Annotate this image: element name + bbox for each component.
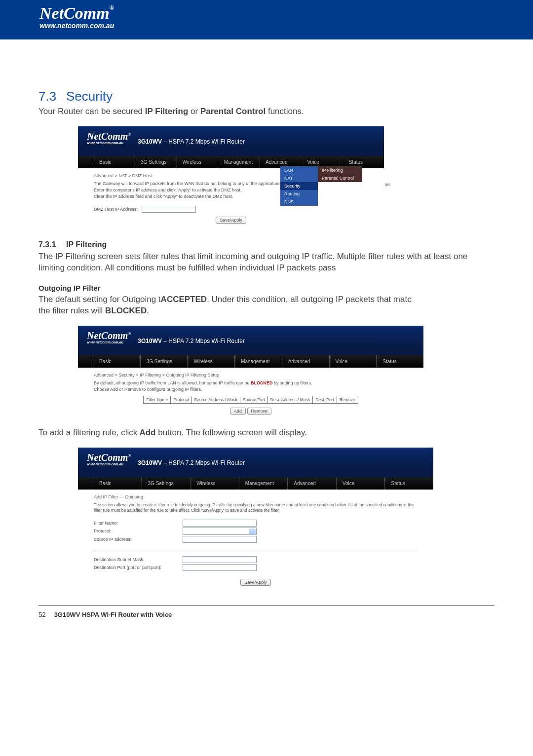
add-rule-text: To add a filtering rule, click Add butto…: [38, 427, 495, 439]
page-number: 52: [38, 611, 52, 618]
col-protocol: Protocol: [171, 396, 191, 403]
ip-filtering-desc: The IP Filtering screen sets filter rule…: [38, 251, 495, 274]
menu-nat[interactable]: NAT: [280, 174, 318, 182]
section-intro: Your Router can be secured IP Filtering …: [38, 106, 495, 117]
subsection-title: 7.3.1IP Filtering: [38, 240, 495, 249]
nav-advanced[interactable]: Advanced: [287, 477, 336, 490]
menu-routing[interactable]: Routing: [280, 190, 318, 198]
nav-basic[interactable]: Basic: [93, 156, 134, 168]
router-nav: Basic 3G Settings Wireless Management Ad…: [78, 477, 433, 490]
col-remove: Remove: [337, 396, 358, 403]
add-filter-heading: Add IP Filter — Outgoing: [94, 494, 418, 499]
outgoing-heading: Outgoing IP Filter: [38, 284, 495, 292]
page-header: NetComm® www.netcomm.com.au: [0, 0, 533, 39]
save-apply-button[interactable]: Save/Apply: [216, 217, 246, 224]
page-footer: 52 3G10WV HSPA Wi-Fi Router with Voice: [38, 605, 495, 618]
add-filter-desc: The screen allows you to create a filter…: [94, 502, 418, 513]
filter-table: Filter Name Protocol Source Address / Ma…: [143, 396, 358, 404]
outgoing-choose-text: Choose Add or Remove to configure outgoi…: [94, 387, 408, 392]
protocol-select[interactable]: [183, 528, 257, 535]
router-title: 3G10WV – HSPA 7.2 Mbps Wi-Fi Router: [138, 138, 245, 145]
submenu-ip-filtering[interactable]: IP Filtering: [318, 166, 362, 174]
advanced-submenu: LAN NAT Security Routing DNS IP Filterin…: [280, 166, 362, 206]
nav-basic[interactable]: Basic: [93, 355, 140, 368]
router-title: 3G10WV – HSPA 7.2 Mbps Wi-Fi Router: [138, 338, 245, 344]
router-logo: NetComm® www.netcomm.com.au: [87, 453, 131, 466]
dmz-ip-input[interactable]: [142, 206, 196, 213]
breadcrumb: Advanced > Security > IP Filtering > Out…: [94, 373, 408, 378]
dmz-ip-label: DMZ Host IP Address:: [94, 207, 138, 212]
filter-name-label: Filter Name:: [94, 521, 178, 526]
col-dst-port: Dest. Port: [313, 396, 337, 403]
nav-status[interactable]: Status: [384, 477, 433, 490]
menu-lan[interactable]: LAN: [280, 166, 318, 174]
nav-3g[interactable]: 3G Settings: [134, 156, 176, 168]
save-apply-button[interactable]: Save/Apply: [240, 579, 271, 586]
nav-management[interactable]: Management: [234, 355, 282, 368]
add-button[interactable]: Add: [230, 408, 246, 415]
src-ip-input[interactable]: [183, 536, 257, 543]
nav-voice[interactable]: Voice: [336, 477, 385, 490]
remove-button[interactable]: Remove: [247, 408, 272, 415]
nav-management[interactable]: Management: [239, 477, 288, 490]
submenu-parental-control[interactable]: Parental Control: [318, 174, 362, 182]
col-src-addr: Source Address / Mask: [191, 396, 240, 403]
col-src-port: Source Port: [240, 396, 267, 403]
router-title: 3G10WV – HSPA 7.2 Mbps Wi-Fi Router: [138, 459, 245, 466]
section-title: 7.3Security: [38, 89, 495, 104]
src-ip-label: Source IP address:: [94, 537, 178, 542]
footer-model: 3G10WV HSPA Wi-Fi Router with Voice: [54, 611, 172, 618]
nav-3g[interactable]: 3G Settings: [142, 477, 190, 490]
nav-status[interactable]: Status: [376, 355, 423, 368]
outgoing-desc: The default setting for Outgoing tACCEPT…: [38, 294, 495, 317]
protocol-label: Protocol:: [94, 529, 178, 533]
col-dst-addr: Dest. Address / Mask: [267, 396, 312, 403]
brand-url: www.netcomm.com.au: [39, 22, 533, 30]
line1-tail: ter.: [384, 182, 391, 187]
brand-logo: NetComm®: [39, 5, 114, 22]
nav-3g[interactable]: 3G Settings: [140, 355, 188, 368]
router-screenshot-add-filter: NetComm® www.netcomm.com.au 3G10WV – HSP…: [78, 448, 433, 592]
nav-management[interactable]: Management: [218, 156, 259, 168]
router-logo: NetComm® www.netcomm.com.au: [87, 331, 131, 344]
col-filter-name: Filter Name: [144, 396, 171, 403]
nav-wireless[interactable]: Wireless: [190, 477, 239, 490]
nav-voice[interactable]: Voice: [329, 355, 377, 368]
outgoing-default-text: By default, all outgoing IP traffic from…: [94, 380, 408, 385]
router-screenshot-outgoing-list: NetComm® www.netcomm.com.au 3G10WV – HSP…: [78, 326, 423, 420]
dst-port-input[interactable]: [183, 564, 257, 571]
router-screenshot-dmz: NetComm® www.netcomm.com.au 3G10WV – HSP…: [78, 126, 384, 229]
registered-mark: ®: [110, 4, 114, 11]
nav-basic[interactable]: Basic: [93, 477, 142, 490]
dst-mask-label: Destination Subnet Mask:: [94, 557, 178, 562]
nav-wireless[interactable]: Wireless: [187, 355, 234, 368]
nav-wireless[interactable]: Wireless: [176, 156, 218, 168]
router-nav: Basic 3G Settings Wireless Management Ad…: [78, 355, 423, 368]
menu-security[interactable]: Security: [280, 182, 318, 190]
router-logo: NetComm® www.netcomm.com.au: [87, 131, 131, 145]
nav-advanced[interactable]: Advanced: [282, 355, 329, 368]
filter-name-input[interactable]: [183, 520, 257, 527]
dst-mask-input[interactable]: [183, 556, 257, 563]
dst-port-label: Destination Port (port or port:port):: [94, 565, 178, 570]
menu-dns[interactable]: DNS: [280, 198, 318, 206]
